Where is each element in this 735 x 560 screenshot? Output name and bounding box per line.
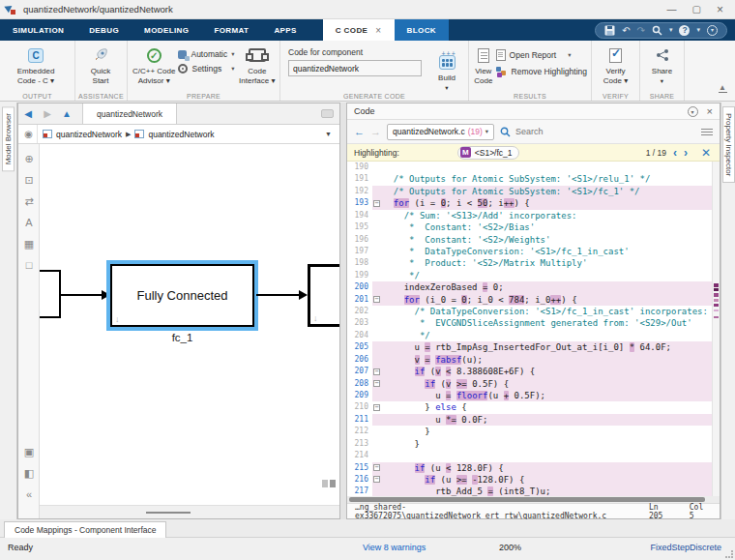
code-line[interactable]: 212 }: [347, 426, 712, 437]
breadcrumb-current[interactable]: quantizedNetwork: [148, 130, 214, 139]
code-line[interactable]: 216− if (u >= -128.0F) {: [347, 474, 712, 486]
code-line[interactable]: 197 * DataTypeConversion: '<S1>/fc_1_in_…: [347, 246, 712, 257]
subsystem-icon[interactable]: ◧: [18, 462, 40, 484]
code-line[interactable]: 205 u = rtb_ImpAsg_InsertedFor_Out_at_i[…: [347, 341, 712, 353]
canvas-horizontal-scrollbar[interactable]: [40, 505, 339, 518]
fold-icon[interactable]: −: [373, 368, 380, 375]
annotation-icon[interactable]: A: [18, 212, 40, 233]
code-line[interactable]: 206 v = fabsf(u);: [347, 354, 712, 366]
automatic-button[interactable]: Automatic▾: [178, 49, 234, 59]
save-icon[interactable]: [604, 25, 615, 36]
close-icon[interactable]: ×: [717, 0, 723, 19]
model-browser-tab[interactable]: Model Browser: [2, 106, 15, 171]
code-line[interactable]: 213 }: [347, 438, 712, 450]
code-mappings-tab[interactable]: Code Mappings - Component Interface: [4, 521, 166, 538]
menu-icon[interactable]: [701, 129, 713, 135]
code-line[interactable]: 211 u *= 0.0F;: [347, 414, 712, 426]
doc-bar-extra-icon[interactable]: [321, 109, 334, 118]
breadcrumb-target-icon[interactable]: ◉: [20, 125, 38, 143]
fold-icon[interactable]: −: [373, 476, 380, 483]
code-line[interactable]: 201− for (i_0 = 0; i_0 < 784; i_0++) {: [347, 294, 712, 306]
close-code-panel-icon[interactable]: ×: [707, 106, 713, 117]
code-line[interactable]: 198 * Product: '<S2>/Matrix Multiply': [347, 257, 712, 269]
tab-simulation[interactable]: SIMULATION: [0, 19, 76, 41]
build-button[interactable]: Build▾: [429, 45, 464, 92]
code-forward-icon[interactable]: →: [370, 126, 381, 137]
highlighted-element-badge[interactable]: M <S1>/fc_1: [457, 146, 519, 160]
code-line[interactable]: 209 u = floorf(u + 0.5F);: [347, 390, 712, 401]
fold-icon[interactable]: −: [373, 464, 380, 471]
upstream-block[interactable]: ↓: [40, 270, 61, 318]
document-tab[interactable]: quantizedNetwork: [82, 103, 177, 124]
signal-wire[interactable]: [256, 294, 301, 296]
tab-modeling[interactable]: MODELING: [132, 19, 201, 41]
verify-code-button[interactable]: VerifyCode ▾: [596, 44, 635, 85]
code-line[interactable]: 192 /* Outputs for Atomic SubSystem: '<S…: [347, 186, 712, 197]
code-advisor-button[interactable]: ✓ C/C++ CodeAdvisor ▾: [132, 44, 176, 85]
back-icon[interactable]: ◀: [18, 103, 38, 124]
component-field[interactable]: [288, 60, 422, 76]
search-input[interactable]: [515, 127, 695, 136]
forward-icon[interactable]: ▶: [38, 103, 57, 124]
tab-c-code[interactable]: C CODE×: [323, 19, 395, 41]
next-match-icon[interactable]: ›: [684, 147, 688, 159]
help-icon[interactable]: ?: [679, 25, 690, 36]
block-name-label[interactable]: fc_1: [110, 332, 254, 343]
settings-button[interactable]: Settings▾: [178, 64, 234, 74]
signal-wire[interactable]: [61, 294, 103, 296]
signal-routing-icon[interactable]: ⇄: [18, 191, 40, 212]
diagram-canvas[interactable]: ↓ Fully Connected ↓ fc_1 ↓: [40, 144, 339, 505]
code-line[interactable]: 203 * EVCGNDSliceAssignment generated fr…: [347, 317, 712, 329]
collapse-ribbon-icon[interactable]: ▲: [719, 83, 727, 93]
fit-to-view-icon[interactable]: ⊡: [18, 169, 40, 191]
code-line[interactable]: 195 * Constant: '<S2>/Bias': [347, 221, 712, 233]
clear-highlighting-icon[interactable]: ✕: [701, 146, 711, 160]
code-line[interactable]: 204 */: [347, 330, 712, 341]
downstream-block[interactable]: ↓: [308, 264, 339, 327]
up-to-parent-icon[interactable]: ▲: [57, 103, 76, 124]
code-line[interactable]: 217 rtb_Add_5 = (int8_T)u;: [347, 486, 712, 496]
minimize-toolstrip-icon[interactable]: ▾: [707, 25, 718, 36]
code-line[interactable]: 193− for (i = 0; i < 50; i++) {: [347, 197, 712, 209]
code-line[interactable]: 215− if (u < 128.0F) {: [347, 462, 712, 474]
code-horizontal-scrollbar[interactable]: [347, 496, 720, 503]
code-line[interactable]: 214: [347, 450, 712, 461]
property-inspector-tab[interactable]: Property Inspector: [722, 106, 735, 183]
maximize-icon[interactable]: ▢: [692, 0, 701, 19]
view-code-button[interactable]: ViewCode: [473, 44, 494, 85]
minimize-icon[interactable]: —: [667, 0, 677, 19]
share-button[interactable]: Share▾: [644, 44, 680, 85]
search-icon[interactable]: [652, 25, 662, 36]
undo-icon[interactable]: ↶: [622, 23, 630, 38]
open-report-button[interactable]: Open Report▾: [496, 49, 587, 61]
fold-icon[interactable]: −: [373, 296, 380, 303]
code-line[interactable]: 200 indexZeroBased = 0;: [347, 281, 712, 293]
code-line[interactable]: 202 /* DataTypeConversion: '<S1>/fc_1_in…: [347, 306, 712, 317]
breadcrumb-dropdown-icon[interactable]: ▼: [325, 131, 332, 137]
redo-icon[interactable]: ↷: [637, 23, 645, 38]
code-line[interactable]: 210− } else {: [347, 401, 712, 413]
code-line[interactable]: 190: [347, 162, 712, 173]
help-dropdown-icon[interactable]: ▾: [696, 26, 700, 34]
viewmarks-icon[interactable]: ▣: [18, 441, 40, 462]
code-line[interactable]: 208− if (v >= 0.5F) {: [347, 378, 712, 390]
tab-debug[interactable]: DEBUG: [76, 19, 132, 41]
code-line[interactable]: 194 /* Sum: '<S13>/Add' incorporates:: [347, 210, 712, 221]
fold-icon[interactable]: −: [373, 404, 380, 411]
zoom-icon[interactable]: ⊕: [18, 148, 40, 169]
code-line[interactable]: 191 /* Outputs for Atomic SubSystem: '<S…: [347, 173, 712, 185]
warnings-link[interactable]: View 8 warnings: [363, 543, 426, 552]
solver-name[interactable]: FixedStepDiscrete: [650, 543, 721, 552]
annotation-scrollbar[interactable]: [712, 162, 720, 496]
file-dropdown[interactable]: quantizedNetwork.c (19) ▾: [387, 124, 494, 140]
remove-highlighting-button[interactable]: Remove Highlighting: [496, 66, 587, 77]
fully-connected-block[interactable]: Fully Connected ↓: [110, 264, 254, 327]
code-back-icon[interactable]: ←: [354, 126, 365, 137]
area-icon[interactable]: □: [18, 254, 40, 276]
tab-block[interactable]: BLOCK: [395, 19, 449, 41]
embedded-code-button[interactable]: C EmbeddedCode - C ▾: [4, 44, 68, 85]
code-interface-button[interactable]: CodeInterface ▾: [239, 44, 276, 85]
search-dropdown-icon[interactable]: ▾: [669, 26, 673, 34]
fold-icon[interactable]: −: [373, 380, 380, 387]
code-line[interactable]: 207− if (v < 8.388608E+6F) {: [347, 366, 712, 377]
